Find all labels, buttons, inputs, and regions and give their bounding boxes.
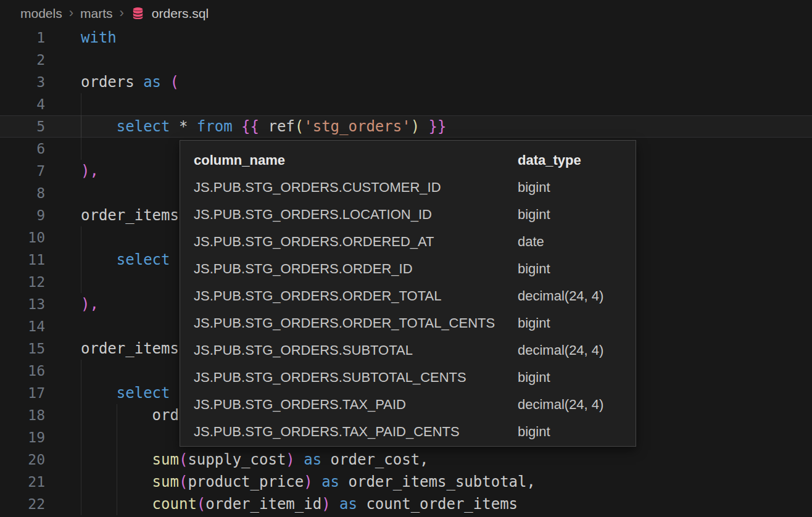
line-number: 5: [0, 115, 49, 138]
line-number: 17: [0, 382, 49, 404]
code-line[interactable]: 20 sum(supply_cost) as order_cost,: [0, 449, 812, 471]
token-punc: }}: [429, 118, 447, 135]
code-line-content: sum(supply_cost) as order_cost,: [49, 449, 812, 471]
code-line-content: count(order_item_id) as count_order_item…: [49, 493, 812, 515]
indent-guide: [81, 493, 81, 515]
column-name-cell: JS.PUB.STG_ORDERS.TAX_PAID: [194, 397, 518, 413]
token-kw: select: [117, 251, 170, 268]
token-plain: count_order_items: [357, 495, 518, 513]
data-type-cell: bigint: [518, 180, 622, 196]
indent-guide: [81, 249, 81, 271]
hover-table-row: JS.PUB.STG_ORDERS.ORDER_IDbigint: [180, 255, 636, 283]
column-name-cell: JS.PUB.STG_ORDERS.CUSTOMER_ID: [194, 180, 518, 196]
code-line[interactable]: 2: [0, 49, 812, 71]
line-number: 13: [0, 293, 49, 315]
column-name-cell: JS.PUB.STG_ORDERS.ORDER_TOTAL_CENTS: [194, 315, 518, 331]
data-type-cell: bigint: [518, 261, 622, 277]
indent-guide: [81, 138, 81, 160]
token-plain: order_items_subtotal,: [339, 473, 536, 490]
indent-guide: [81, 226, 81, 249]
indent-guide: [81, 471, 81, 493]
line-number: 11: [0, 249, 49, 271]
indent-guide: [81, 404, 81, 426]
hover-popup: column_namedata_typeJS.PUB.STG_ORDERS.CU…: [180, 140, 636, 447]
hover-table-row: JS.PUB.STG_ORDERS.ORDER_TOTALdecimal(24,…: [180, 283, 636, 310]
token-kw: from: [197, 118, 233, 135]
token-kw: select: [117, 118, 170, 135]
token-plain: [233, 118, 241, 135]
code-line-content: [49, 93, 812, 115]
token-plain: order_cost,: [321, 451, 428, 468]
column-name-cell: JS.PUB.STG_ORDERS.ORDERED_AT: [194, 234, 518, 250]
code-line[interactable]: 4: [0, 93, 812, 115]
indent-guide: [117, 449, 117, 471]
indent-guide: [81, 360, 81, 382]
breadcrumb-item-marts[interactable]: marts: [80, 6, 113, 21]
token-punc: ): [286, 451, 294, 468]
line-number: 12: [0, 271, 49, 293]
column-name-cell: JS.PUB.STG_ORDERS.ORDER_ID: [194, 261, 518, 277]
breadcrumb-separator-icon: ›: [120, 6, 124, 20]
token-fn: (: [295, 118, 304, 135]
data-type-cell: bigint: [518, 370, 622, 386]
token-plain: [420, 118, 428, 135]
hover-table-row: JS.PUB.STG_ORDERS.ORDERED_ATdate: [180, 228, 636, 255]
token-plain: supply_cost: [188, 451, 286, 468]
code-line[interactable]: 21 sum(product_price) as order_items_sub…: [0, 471, 812, 493]
indent-guide: [81, 449, 81, 471]
indent-guide: [81, 115, 81, 138]
token-plain: order_items: [81, 207, 179, 224]
code-line-content: with: [49, 27, 812, 49]
token-plain: [161, 73, 170, 91]
token-fn: ): [411, 118, 420, 135]
token-plain: [81, 251, 117, 268]
token-punc: (: [179, 451, 188, 468]
breadcrumb: models › marts › orders.sql: [0, 0, 812, 27]
breadcrumb-item-file[interactable]: orders.sql: [152, 6, 209, 21]
line-number: 3: [0, 71, 49, 93]
token-plain: ref: [259, 118, 295, 135]
code-line[interactable]: 22 count(order_item_id) as count_order_i…: [0, 493, 812, 515]
token-plain: [81, 384, 117, 402]
line-number: 21: [0, 471, 49, 493]
code-line[interactable]: 1with: [0, 27, 812, 49]
indent-guide: [117, 493, 117, 515]
token-kw: as: [304, 451, 321, 468]
line-number: 19: [0, 426, 49, 449]
indent-guide: [117, 404, 117, 426]
hover-table-row: JS.PUB.STG_ORDERS.TAX_PAID_CENTSbigint: [180, 418, 636, 445]
line-number: 10: [0, 226, 49, 249]
breadcrumb-item-models[interactable]: models: [20, 6, 62, 21]
code-line-content: [49, 49, 812, 71]
breadcrumb-separator-icon: ›: [69, 6, 73, 20]
hover-table-row: JS.PUB.STG_ORDERS.SUBTOTAL_CENTSbigint: [180, 364, 636, 391]
hover-table-row: JS.PUB.STG_ORDERS.TAX_PAIDdecimal(24, 4): [180, 391, 636, 418]
column-name-cell: JS.PUB.STG_ORDERS.TAX_PAID_CENTS: [194, 424, 518, 440]
code-line[interactable]: 3orders as (: [0, 71, 812, 93]
code-line-content: sum(product_price) as order_items_subtot…: [49, 471, 812, 493]
token-punc: ): [304, 473, 312, 490]
line-number: 4: [0, 93, 49, 115]
hover-table-header-column-name: column_name: [194, 152, 518, 168]
database-icon: [131, 6, 145, 20]
token-str: 'stg_orders': [304, 118, 410, 135]
token-punc: {{: [241, 118, 259, 135]
token-punc: ): [321, 495, 330, 513]
hover-table-header-row: column_namedata_type: [180, 147, 636, 174]
line-number: 20: [0, 449, 49, 471]
data-type-cell: decimal(24, 4): [518, 288, 622, 304]
indent-guide: [117, 426, 117, 449]
line-number: 14: [0, 315, 49, 337]
line-number: 9: [0, 204, 49, 226]
token-punc: (: [197, 495, 205, 513]
data-type-cell: bigint: [518, 424, 622, 440]
code-line-current[interactable]: 5 select * from {{ ref('stg_orders') }}: [0, 115, 812, 138]
code-line-content: orders as (: [49, 71, 812, 93]
token-plain: [313, 473, 321, 490]
hover-table-header-data-type: data_type: [518, 152, 622, 168]
token-fn: count: [152, 495, 197, 513]
hover-table-row: JS.PUB.STG_ORDERS.ORDER_TOTAL_CENTSbigin…: [180, 310, 636, 337]
line-number: 22: [0, 493, 49, 515]
hover-table-row: JS.PUB.STG_ORDERS.SUBTOTALdecimal(24, 4): [180, 337, 636, 364]
data-type-cell: bigint: [518, 207, 622, 223]
